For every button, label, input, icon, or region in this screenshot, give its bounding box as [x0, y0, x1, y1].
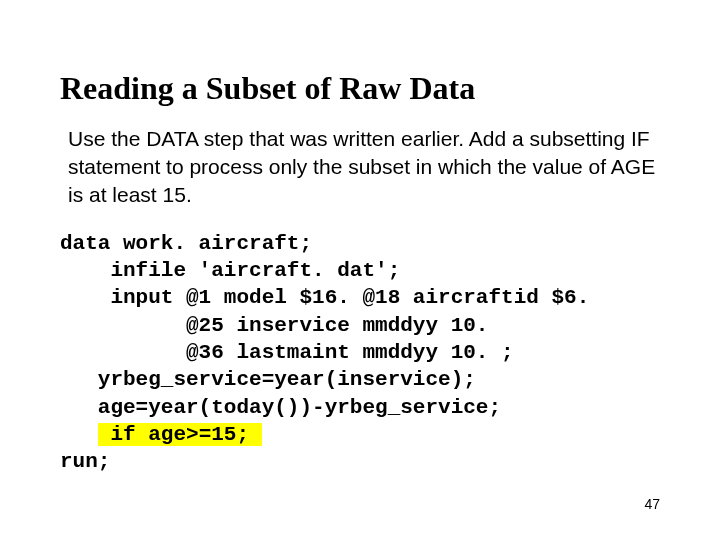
slide: Reading a Subset of Raw Data Use the DAT… [0, 0, 720, 540]
page-title: Reading a Subset of Raw Data [60, 70, 660, 107]
code-line: input @1 model $16. @18 aircraftid $6. [60, 286, 589, 309]
code-line: infile 'aircraft. dat'; [60, 259, 400, 282]
body-paragraph: Use the DATA step that was written earli… [68, 125, 660, 210]
page-number: 47 [644, 496, 660, 512]
highlighted-code: if age>=15; [98, 423, 262, 446]
code-line: @25 inservice mmddyy 10. [60, 314, 488, 337]
code-line: run; [60, 450, 110, 473]
code-line: age=year(today())-yrbeg_service; [60, 396, 501, 419]
code-block: data work. aircraft; infile 'aircraft. d… [60, 230, 660, 476]
code-line: @36 lastmaint mmddyy 10. ; [60, 341, 514, 364]
code-line: data work. aircraft; [60, 232, 312, 255]
code-line-prefix [60, 423, 98, 446]
code-line: yrbeg_service=year(inservice); [60, 368, 476, 391]
